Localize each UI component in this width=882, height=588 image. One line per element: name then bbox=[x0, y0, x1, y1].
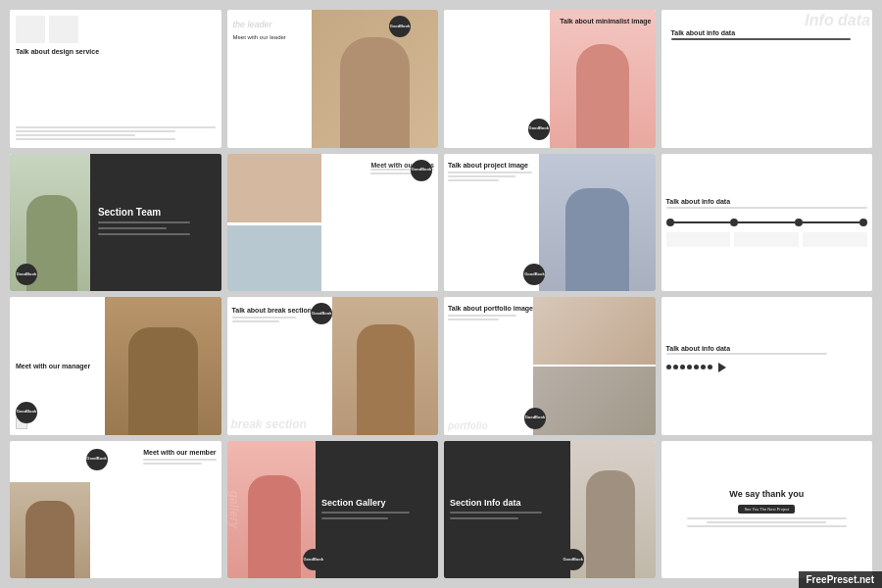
sl2 bbox=[98, 227, 168, 229]
slide-2-meet: Meet with our leader bbox=[233, 34, 286, 40]
logo-text: Good bbox=[390, 24, 400, 28]
logo-text2: Book bbox=[26, 410, 36, 414]
ds5 bbox=[694, 365, 699, 369]
slide-1-desc-box2 bbox=[49, 16, 78, 43]
slide-13-text: Meet with our member bbox=[143, 449, 216, 466]
slide-9-logo: Good Book bbox=[16, 402, 37, 423]
slide-4-progress bbox=[671, 38, 851, 42]
slide-1-top bbox=[16, 16, 216, 43]
td2 bbox=[730, 219, 738, 226]
logo-text: Good bbox=[17, 272, 26, 276]
slide-6-photo1 bbox=[227, 154, 322, 222]
slide-10: Talk about break section break section G… bbox=[227, 297, 439, 435]
ph1 bbox=[533, 297, 656, 365]
slide-2-logo: Good Book bbox=[389, 16, 411, 37]
il1 bbox=[666, 207, 868, 209]
slide-2-silhouette bbox=[340, 37, 410, 147]
slide-2-text: the leader Meet with our leader bbox=[233, 20, 286, 40]
tl2 bbox=[707, 521, 826, 523]
logo-text2: Book bbox=[97, 457, 107, 461]
slide-9-photo bbox=[105, 297, 221, 435]
arrow-right bbox=[718, 363, 726, 372]
slide-11: Talk about portfolio image portfolio Goo… bbox=[444, 297, 656, 435]
slide-10-watermark: break section bbox=[231, 417, 307, 431]
slide-14: Section Gallery gallery Good Book bbox=[227, 441, 439, 579]
slide-15: Section Info data Good Book bbox=[444, 441, 656, 579]
slide-7-photo bbox=[539, 154, 656, 292]
slide-11-watermark: portfolio bbox=[448, 420, 488, 431]
slide-13-title: Meet with our member bbox=[143, 449, 216, 456]
bl1 bbox=[232, 317, 296, 318]
slide-2: the leader Meet with our leader Good Boo… bbox=[227, 10, 439, 148]
tl3 bbox=[803, 221, 859, 223]
slide-1-title: Talk about design service bbox=[16, 47, 99, 126]
pl2 bbox=[448, 175, 515, 177]
slide-11-title: Talk about portfolio image bbox=[448, 305, 533, 312]
slide-16: We say thank you See You The Next Projec… bbox=[662, 441, 873, 579]
slide-13-logo: Good Book bbox=[86, 449, 108, 470]
tl2 bbox=[738, 221, 795, 223]
slide-12-title: Talk about info data bbox=[666, 344, 731, 353]
dc3 bbox=[803, 232, 867, 247]
slide-6-logo: Good Book bbox=[411, 160, 432, 181]
slide-8-desc bbox=[666, 232, 868, 247]
logo-text2: Book bbox=[573, 558, 583, 562]
slide-3-model bbox=[550, 10, 656, 148]
slide-12-dots bbox=[666, 363, 726, 372]
ph2 bbox=[533, 367, 656, 434]
td4 bbox=[859, 219, 867, 226]
slide-9-title: Meet with our manager bbox=[16, 362, 90, 370]
slide-7: Talk about project image Good Book bbox=[444, 154, 656, 292]
logo-text: Good bbox=[17, 410, 26, 414]
slide-3: Talk about minimalist image Good Book bbox=[444, 10, 656, 148]
logo-text2: Book bbox=[314, 558, 323, 562]
dc1 bbox=[666, 232, 731, 247]
slide-10-photo bbox=[332, 297, 438, 435]
slides-grid: Talk about design service the leader Mee… bbox=[0, 0, 882, 588]
slide-6-photo2 bbox=[227, 225, 322, 291]
logo-text2: Book bbox=[535, 416, 545, 419]
slide-14-logo: Good Book bbox=[303, 549, 324, 570]
slide-15-darkbox: Section Info data bbox=[444, 441, 570, 579]
logo-text2: Book bbox=[26, 272, 36, 276]
slide-3-logo: Good Book bbox=[528, 119, 550, 140]
isl2 bbox=[450, 517, 518, 519]
logo-text: Good bbox=[86, 457, 96, 461]
slide-4-title: Talk about info data bbox=[671, 29, 736, 36]
prog1 bbox=[671, 38, 851, 40]
bl2 bbox=[232, 320, 280, 322]
slide-6: Meet with our sales Good Book bbox=[227, 154, 439, 292]
sl1 bbox=[98, 221, 190, 223]
sl3 bbox=[98, 233, 190, 235]
pl1 bbox=[448, 172, 532, 173]
slide-14-title: Section Gallery bbox=[321, 498, 386, 509]
slide-5-darkbox: Section Team bbox=[90, 154, 221, 292]
slide-16-title: We say thank you bbox=[729, 489, 804, 501]
slide-10-text: Talk about break section bbox=[232, 307, 313, 324]
ptl1 bbox=[448, 315, 516, 317]
slide-10-fig bbox=[357, 324, 415, 434]
ds7 bbox=[708, 365, 712, 369]
slide-10-logo: Good Book bbox=[311, 303, 332, 324]
slide-7-fig bbox=[565, 188, 629, 291]
slide-5: Section Team Good Book bbox=[10, 154, 221, 292]
slide-2-model bbox=[312, 10, 438, 148]
slide-3-text: Talk about minimalist image bbox=[560, 18, 651, 24]
slide-1-desc-box bbox=[16, 16, 45, 43]
logo-text: Good bbox=[303, 558, 313, 562]
slide-3-fig bbox=[576, 44, 629, 147]
slide-1: Talk about design service bbox=[10, 10, 221, 148]
slide-10-title: Talk about break section bbox=[232, 307, 313, 314]
logo-text2: Book bbox=[421, 168, 431, 172]
slide-9-fig bbox=[128, 327, 198, 435]
slide-14-darkbox: Section Gallery bbox=[316, 441, 438, 579]
watermark: FreePreset.net bbox=[799, 571, 882, 588]
ds2 bbox=[673, 365, 678, 369]
logo-text: Good bbox=[412, 168, 421, 172]
slide-11-photos bbox=[533, 297, 656, 435]
logo-text2: Book bbox=[535, 272, 545, 276]
ml2 bbox=[143, 463, 201, 465]
slide-8: Talk about info data bbox=[662, 154, 873, 292]
line1 bbox=[16, 126, 216, 128]
tl1 bbox=[687, 517, 847, 519]
